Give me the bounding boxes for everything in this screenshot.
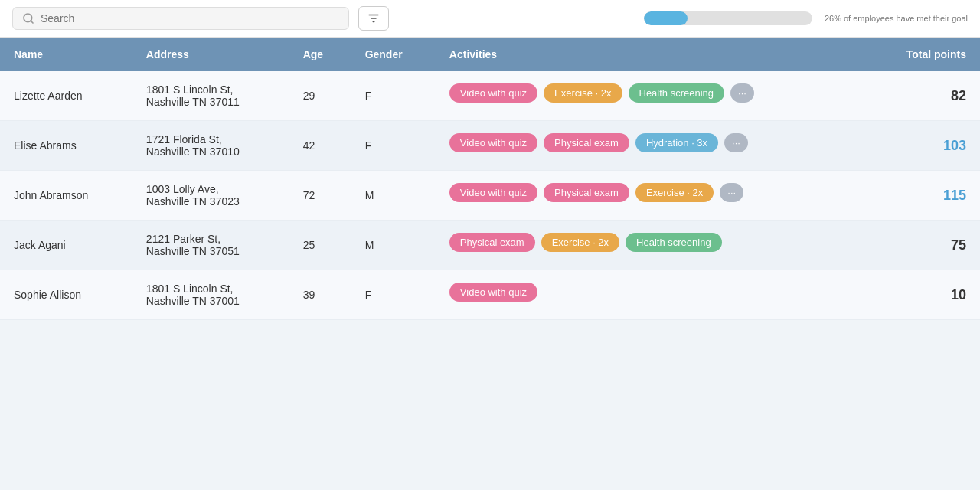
activity-badge: Video with quiz [449, 133, 537, 152]
cell-gender: M [351, 171, 436, 220]
filter-icon [367, 11, 381, 25]
table-header-row: Name Address Age Gender Activities Total… [0, 38, 980, 71]
cell-gender: F [351, 121, 436, 171]
table-row: Jack Agani2121 Parker St, Nashville TN 3… [0, 220, 980, 270]
activity-badge: Physical exam [449, 233, 535, 252]
cell-address: 1721 Florida St, Nashville TN 37010 [132, 121, 289, 171]
table-row: Elise Abrams1721 Florida St, Nashville T… [0, 121, 980, 171]
activity-badge: ··· [730, 83, 754, 103]
progress-text: 26% of employees have met their goal [825, 14, 968, 23]
col-header-address: Address [132, 38, 289, 71]
cell-total-points: 82 [867, 71, 980, 121]
col-header-activities: Activities [436, 38, 867, 71]
activity-badge: Exercise · 2x [541, 233, 619, 252]
col-header-name: Name [0, 38, 132, 71]
col-header-total-points: Total points [867, 38, 980, 71]
cell-age: 42 [289, 121, 351, 171]
search-icon [22, 12, 34, 24]
table-wrapper: Name Address Age Gender Activities Total… [0, 38, 980, 320]
cell-total-points: 115 [867, 171, 980, 220]
activity-badge: Video with quiz [449, 183, 537, 202]
cell-address: 1801 S Lincoln St, Nashville TN 37001 [132, 270, 289, 320]
cell-age: 29 [289, 71, 351, 121]
activity-badge: Physical exam [544, 183, 629, 202]
employees-table: Name Address Age Gender Activities Total… [0, 38, 980, 320]
activity-badge: Health screening [626, 233, 722, 252]
cell-name: John Abramson [0, 171, 132, 220]
cell-name: Jack Agani [0, 220, 132, 270]
filter-button[interactable] [358, 6, 389, 31]
cell-age: 72 [289, 171, 351, 220]
activity-badge: Health screening [629, 83, 725, 103]
cell-gender: F [351, 270, 436, 320]
cell-name: Lizette Aarden [0, 71, 132, 121]
activity-badge: ··· [724, 133, 748, 152]
progress-bar-fill [644, 11, 688, 25]
activity-badge: Physical exam [544, 133, 629, 152]
cell-total-points: 75 [867, 220, 980, 270]
cell-gender: M [351, 220, 436, 270]
cell-activities: Video with quizPhysical examHydration · … [436, 121, 867, 171]
cell-activities: Video with quiz [436, 270, 867, 320]
col-header-age: Age [289, 38, 351, 71]
progress-section: 26% of employees have met their goal [644, 11, 968, 25]
cell-activities: Physical examExercise · 2xHealth screeni… [436, 220, 867, 270]
cell-address: 2121 Parker St, Nashville TN 37051 [132, 220, 289, 270]
cell-name: Elise Abrams [0, 121, 132, 171]
cell-activities: Video with quizPhysical examExercise · 2… [436, 171, 867, 220]
activity-badge: ··· [720, 183, 743, 202]
cell-address: 1801 S Lincoln St, Nashville TN 37011 [132, 71, 289, 121]
table-row: Lizette Aarden1801 S Lincoln St, Nashvil… [0, 71, 980, 121]
top-bar: 26% of employees have met their goal [0, 0, 980, 38]
activity-badge: Exercise · 2x [635, 183, 714, 202]
activity-badge: Exercise · 2x [544, 83, 622, 103]
table-row: John Abramson1003 Lolly Ave, Nashville T… [0, 171, 980, 220]
activity-badge: Video with quiz [449, 83, 537, 103]
cell-total-points: 103 [867, 121, 980, 171]
col-header-gender: Gender [351, 38, 436, 71]
search-input[interactable] [41, 12, 339, 24]
progress-bar-container [644, 11, 812, 25]
cell-name: Sophie Allison [0, 270, 132, 320]
cell-activities: Video with quizExercise · 2xHealth scree… [436, 71, 867, 121]
search-wrapper [12, 7, 349, 30]
svg-line-1 [31, 21, 33, 23]
activity-badge: Video with quiz [449, 283, 537, 302]
cell-gender: F [351, 71, 436, 121]
cell-address: 1003 Lolly Ave, Nashville TN 37023 [132, 171, 289, 220]
table-row: Sophie Allison1801 S Lincoln St, Nashvil… [0, 270, 980, 320]
cell-age: 25 [289, 220, 351, 270]
cell-age: 39 [289, 270, 351, 320]
activity-badge: Hydration · 3x [635, 133, 718, 152]
cell-total-points: 10 [867, 270, 980, 320]
